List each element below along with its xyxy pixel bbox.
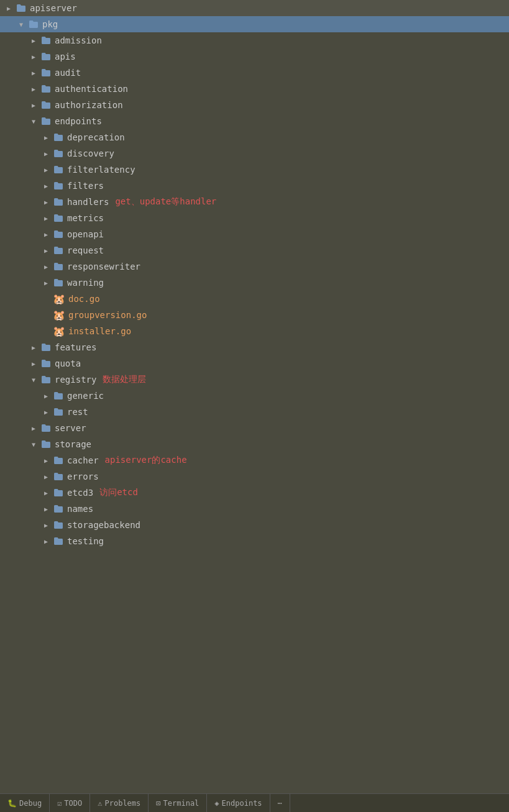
tree-item-filters[interactable]: filters (0, 178, 509, 194)
tree-item-filterlatency[interactable]: filterlatency (0, 162, 509, 178)
bottom-bar-item-terminal[interactable]: ⊡Terminal (149, 794, 207, 812)
chevron-icon[interactable] (27, 50, 40, 63)
tree-item-storage[interactable]: storage (0, 436, 509, 452)
annotation-label: 访问etcd (99, 487, 138, 498)
bottom-bar-item-todo[interactable]: ☑TODO (50, 794, 90, 812)
item-label: request (67, 245, 104, 255)
folder-icon (52, 244, 65, 257)
tree-item-registry[interactable]: registry数据处理层 (0, 372, 509, 388)
chevron-icon[interactable] (27, 34, 40, 47)
tree-item-warning[interactable]: warning (0, 275, 509, 291)
chevron-icon[interactable] (27, 99, 40, 111)
folder-icon (52, 147, 65, 160)
chevron-icon[interactable] (40, 212, 52, 224)
chevron-icon[interactable] (40, 147, 52, 160)
file-tree: apiserver pkg admission apis audit authe… (0, 0, 509, 549)
folder-icon (52, 503, 65, 515)
tree-item-generic[interactable]: generic (0, 388, 509, 404)
bottom-bar-item-more[interactable]: ⋯ (270, 794, 290, 812)
tree-item-apis[interactable]: apis (0, 48, 509, 65)
chevron-icon[interactable] (40, 519, 52, 531)
folder-icon (52, 519, 65, 531)
tree-item-features[interactable]: features (0, 339, 509, 355)
tree-item-quota[interactable]: quota (0, 355, 509, 372)
tree-item-groupversion_go[interactable]: 🐹groupversion.go (0, 307, 509, 323)
item-label: apis (55, 52, 76, 62)
chevron-icon[interactable] (27, 373, 40, 386)
tree-item-admission[interactable]: admission (0, 32, 509, 48)
tree-item-metrics[interactable]: metrics (0, 210, 509, 226)
chevron-icon[interactable] (40, 535, 52, 547)
chevron-icon[interactable] (27, 341, 40, 354)
annotation-label: get、update等handler (115, 196, 216, 208)
item-label: filters (67, 181, 104, 191)
chevron-icon[interactable] (27, 83, 40, 95)
chevron-icon[interactable] (40, 260, 52, 273)
chevron-icon[interactable] (40, 180, 52, 192)
folder-icon (40, 50, 52, 63)
chevron-icon[interactable] (40, 390, 52, 402)
tree-item-pkg[interactable]: pkg (0, 16, 509, 32)
folder-icon (40, 83, 52, 95)
item-label: handlers (67, 197, 109, 207)
tree-item-handlers[interactable]: handlersget、update等handler (0, 194, 509, 210)
folder-icon (40, 66, 52, 79)
folder-icon (27, 18, 40, 30)
folder-icon (52, 260, 65, 273)
chevron-icon[interactable] (40, 196, 52, 208)
tree-item-apiserver[interactable]: apiserver (0, 0, 509, 16)
chevron-icon[interactable] (40, 454, 52, 467)
tree-item-authorization[interactable]: authorization (0, 97, 509, 113)
bottom-bar-item-problems[interactable]: ⚠Problems (90, 794, 149, 812)
tree-item-etcd3[interactable]: etcd3访问etcd (0, 485, 509, 501)
folder-icon (52, 212, 65, 224)
item-label: rest (67, 407, 88, 417)
chevron-icon[interactable] (2, 2, 15, 14)
folder-icon (52, 131, 65, 144)
tree-item-deprecation[interactable]: deprecation (0, 129, 509, 145)
item-label: server (55, 423, 86, 433)
tree-item-errors[interactable]: errors (0, 468, 509, 485)
tree-item-endpoints[interactable]: endpoints (0, 113, 509, 129)
tree-item-testing[interactable]: testing (0, 533, 509, 549)
chevron-icon[interactable] (15, 18, 27, 30)
chevron-icon[interactable] (40, 503, 52, 515)
folder-icon (40, 373, 52, 386)
chevron-icon[interactable] (40, 131, 52, 144)
chevron-icon[interactable] (27, 438, 40, 450)
tree-item-openapi[interactable]: openapi (0, 226, 509, 242)
folder-icon (40, 438, 52, 450)
chevron-icon[interactable] (40, 163, 52, 176)
item-label: cacher (67, 455, 99, 465)
tree-item-responsewriter[interactable]: responsewriter (0, 258, 509, 275)
chevron-icon[interactable] (40, 406, 52, 418)
problems-label: Problems (105, 799, 141, 808)
tree-item-request[interactable]: request (0, 242, 509, 258)
tree-item-cacher[interactable]: cacherapiserver的cache (0, 452, 509, 468)
chevron-icon[interactable] (27, 115, 40, 127)
chevron-icon[interactable] (40, 244, 52, 257)
chevron-icon[interactable] (27, 357, 40, 370)
chevron-icon[interactable] (27, 66, 40, 79)
chevron-icon[interactable] (40, 470, 52, 483)
tree-item-discovery[interactable]: discovery (0, 145, 509, 162)
tree-item-server[interactable]: server (0, 420, 509, 436)
item-label: features (55, 342, 96, 352)
folder-icon (52, 196, 65, 208)
tree-item-storagebackend[interactable]: storagebackend (0, 517, 509, 533)
tree-item-rest[interactable]: rest (0, 404, 509, 420)
tree-item-names[interactable]: names (0, 501, 509, 517)
chevron-icon[interactable] (40, 228, 52, 240)
chevron-icon[interactable] (40, 276, 52, 289)
folder-icon (40, 115, 52, 127)
tree-item-audit[interactable]: audit (0, 65, 509, 81)
bottom-bar-item-debug[interactable]: 🐛Debug (0, 794, 50, 812)
item-label: endpoints (55, 116, 102, 126)
bottom-bar-item-endpoints2[interactable]: ◈Endpoints (207, 794, 270, 812)
chevron-icon[interactable] (27, 422, 40, 434)
tree-item-installer_go[interactable]: 🐹installer.go (0, 323, 509, 339)
folder-icon (52, 535, 65, 547)
tree-item-authentication[interactable]: authentication (0, 81, 509, 97)
chevron-icon[interactable] (40, 486, 52, 499)
tree-item-doc_go[interactable]: 🐹doc.go (0, 291, 509, 307)
